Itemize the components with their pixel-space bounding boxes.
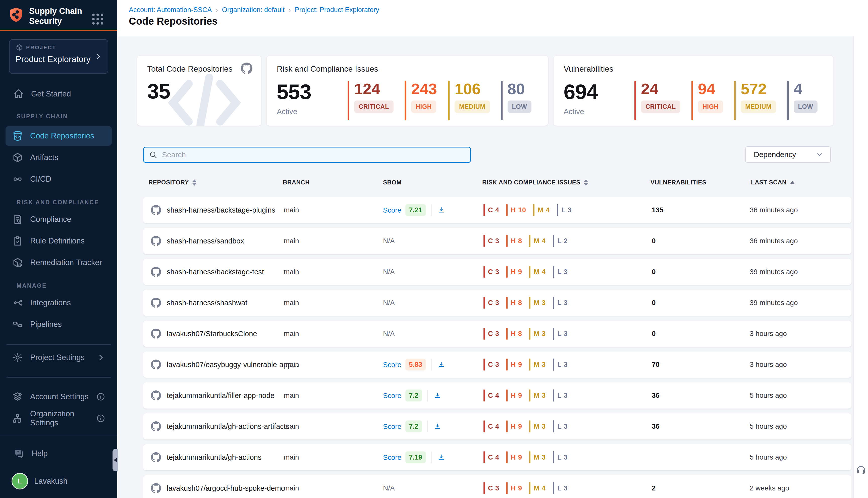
table-row[interactable]: shash-harness/sandboxmainN/AC 3H 8M 4L 2… — [143, 228, 852, 254]
table-header: REPOSITORY BRANCH SBOM RISK AND COMPLIAN… — [143, 178, 852, 188]
sidebar-collapse-handle[interactable] — [112, 449, 118, 471]
sbom-score-link[interactable]: Score — [383, 361, 401, 369]
sbom-score-link[interactable]: Score — [383, 453, 401, 461]
sidebar-item-organization-settings[interactable]: Organization Settings — [5, 408, 112, 428]
column-header-repository[interactable]: REPOSITORY — [148, 179, 197, 186]
project-selector[interactable]: PROJECT Product Exploratory — [9, 39, 108, 74]
sidebar-item-remediation-tracker[interactable]: Remediation Tracker — [5, 253, 112, 272]
table-row[interactable]: tejakummarikuntla/gh-actionsmainScore7.1… — [143, 444, 852, 470]
user-menu[interactable]: L Lavakush — [12, 473, 68, 489]
sidebar-item-compliance[interactable]: Compliance — [5, 210, 112, 229]
repository-name[interactable]: lavakush07/easybuggy-vulnerable-app… — [167, 361, 299, 369]
severity-count: 24 — [641, 81, 680, 97]
download-sbom-icon[interactable] — [437, 206, 445, 214]
repository-name[interactable]: shash-harness/shashwat — [167, 299, 248, 307]
sbom-cell: N/A — [383, 268, 395, 276]
sbom-score-link[interactable]: Score — [383, 392, 401, 399]
sidebar-item-code-repositories[interactable]: Code Repositories — [5, 126, 112, 146]
column-header-risk-issues[interactable]: RISK AND COMPLIANCE ISSUES — [482, 179, 588, 186]
search-input[interactable] — [161, 150, 465, 159]
risk-issues-cell: C 3H 9M 4L 3 — [483, 266, 575, 278]
breadcrumb: Account: Automation-SSCA › Organization:… — [129, 6, 379, 14]
repository-name[interactable]: lavakush07/argocd-hub-spoke-demo — [167, 484, 285, 493]
page-header: Account: Automation-SSCA › Organization:… — [117, 0, 868, 37]
risk-chip-medium: M 3 — [529, 297, 546, 309]
sidebar-item-integrations[interactable]: Integrations — [5, 293, 112, 313]
sbom-score-chip: 7.2 — [405, 390, 422, 402]
nav-list: ComplianceRule DefinitionsRemediation Tr… — [0, 210, 117, 272]
table-row[interactable]: tejakummarikuntla/gh-actions-artifactsma… — [143, 413, 852, 440]
branch-name: main — [284, 484, 299, 492]
repository-name[interactable]: shash-harness/sandbox — [167, 237, 244, 245]
branch-name: main — [284, 330, 299, 338]
repository-name[interactable]: shash-harness/backstage-plugins — [167, 206, 275, 214]
table-row[interactable]: lavakush07/easybuggy-vulnerable-app…main… — [143, 352, 852, 378]
sidebar-footer-divider — [0, 435, 117, 435]
risk-chip-critical: C 4 — [483, 420, 499, 432]
sidebar-item-help[interactable]: ? Help — [13, 448, 48, 459]
risk-chip-high: H 10 — [506, 204, 526, 216]
repository-name[interactable]: tejakummarikuntla/gh-actions — [167, 453, 262, 461]
severity-count: 94 — [698, 81, 723, 97]
table-row[interactable]: lavakush07/argocd-hub-spoke-demomainN/AC… — [143, 475, 852, 498]
app-switcher-grid-icon[interactable] — [92, 14, 103, 25]
sidebar-item-rule-definitions[interactable]: Rule Definitions — [5, 231, 112, 251]
sbom-score-link[interactable]: Score — [383, 422, 401, 430]
sbom-cell: N/A — [383, 299, 395, 307]
risk-chip-high: H 9 — [506, 482, 522, 494]
breadcrumb-organization-link[interactable]: Organization: default — [222, 6, 284, 14]
repository-name[interactable]: shash-harness/backstage-test — [167, 268, 264, 276]
vulnerabilities-count: 0 — [652, 268, 656, 276]
table-row[interactable]: shash-harness/backstage-pluginsmainScore… — [143, 197, 852, 223]
sidebar-header: Supply Chain Security — [0, 0, 117, 30]
sidebar-item-get-started[interactable]: Get Started — [0, 88, 117, 100]
last-scan-time: 5 hours ago — [750, 453, 787, 461]
sbom-na: N/A — [383, 330, 395, 338]
code-brackets-watermark-icon — [167, 71, 242, 126]
card-title: Risk and Compliance Issues — [277, 64, 538, 74]
table-row[interactable]: shash-harness/backstage-testmainN/AC 3H … — [143, 259, 852, 285]
severity-badge: MEDIUM — [455, 101, 490, 113]
severity-group-high: 243HIGH — [405, 81, 437, 120]
table-row[interactable]: shash-harness/shashwatmainN/AC 3H 8M 3L … — [143, 290, 852, 316]
download-sbom-icon[interactable] — [433, 391, 442, 400]
risk-issues-cell: C 3H 8M 3L 3 — [483, 328, 575, 340]
github-icon — [151, 359, 161, 370]
breadcrumb-project-link[interactable]: Project: Product Exploratory — [295, 6, 379, 14]
last-scan-time: 3 hours ago — [750, 330, 787, 338]
sidebar-item-ci-cd[interactable]: CI/CD — [5, 169, 112, 189]
vulnerabilities-count: 2 — [652, 484, 656, 492]
risk-chip-high: H 9 — [506, 390, 522, 402]
risk-chip-medium: M 4 — [529, 482, 546, 494]
info-icon — [96, 392, 105, 401]
download-sbom-icon[interactable] — [433, 422, 442, 431]
sbom-cell: N/A — [383, 330, 395, 338]
sidebar-item-artifacts[interactable]: Artifacts — [5, 148, 112, 167]
table-row[interactable]: lavakush07/StarbucksClonemainN/AC 3H 8M … — [143, 320, 852, 347]
layers-gear-icon — [12, 391, 23, 402]
sidebar-item-pipelines[interactable]: Pipelines — [5, 315, 112, 334]
repository-name[interactable]: tejakummarikuntla/gh-actions-artifacts — [167, 422, 289, 431]
repository-name[interactable]: lavakush07/StarbucksClone — [167, 330, 257, 338]
download-sbom-icon[interactable] — [437, 360, 445, 369]
chevron-right-icon — [94, 52, 102, 61]
breadcrumb-separator: › — [216, 6, 218, 14]
sbom-na: N/A — [383, 237, 395, 245]
support-headset-icon[interactable] — [855, 463, 867, 475]
severity-count: 106 — [455, 81, 490, 97]
risk-chip-low: L 2 — [553, 235, 568, 247]
risk-chip-critical: C 3 — [483, 266, 499, 278]
dependency-dropdown[interactable]: Dependency — [745, 146, 831, 163]
sbom-cell: N/A — [383, 237, 395, 245]
repository-name[interactable]: tejakummarikuntla/filler-app-node — [167, 392, 275, 400]
download-sbom-icon[interactable] — [437, 453, 445, 461]
sbom-score-link[interactable]: Score — [383, 206, 401, 214]
column-header-last-scan[interactable]: LAST SCAN — [751, 179, 794, 186]
sidebar-item-account-settings[interactable]: Account Settings — [5, 387, 112, 407]
risk-issues-value: 553 — [277, 81, 348, 102]
breadcrumb-account-link[interactable]: Account: Automation-SSCA — [129, 6, 212, 14]
severity-bar — [787, 81, 789, 120]
table-row[interactable]: tejakummarikuntla/filler-app-nodemainSco… — [143, 382, 852, 408]
summary-cards: Total Code Repositories 35 Risk and Comp… — [137, 56, 833, 126]
sidebar-item-project-settings[interactable]: Project Settings — [5, 348, 112, 367]
